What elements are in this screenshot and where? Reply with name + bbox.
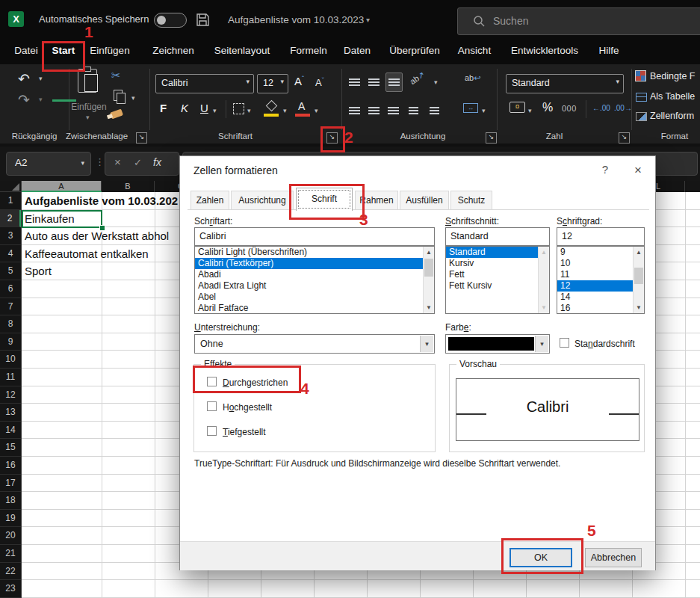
cell[interactable]: Aufgabenliste vom 10.03.202 [25,194,178,207]
format-painter-icon[interactable] [110,109,123,120]
font-name-input[interactable]: Calibri [194,227,435,246]
style-list-item-selected[interactable]: Standard [446,247,549,258]
help-button[interactable]: ? [597,163,613,176]
tab-entwicklertools[interactable]: Entwicklertools [504,39,586,64]
orientation-chevron-icon[interactable]: ▾ [434,78,438,86]
underline-chevron-icon[interactable]: ▾ [213,107,217,114]
align-right-icon[interactable] [385,102,401,120]
superscript-checkbox[interactable] [207,401,217,411]
align-middle-icon[interactable] [366,73,382,91]
decrease-font-size-button[interactable]: Aˇ [315,76,324,88]
font-list-item-selected[interactable]: Calibri (Textkörper) [195,258,434,269]
fill-color-icon[interactable] [266,100,278,112]
bold-button[interactable]: F [160,102,167,114]
scroll-up-icon[interactable]: ▲ [634,247,644,258]
borders-icon[interactable] [233,103,244,114]
scroll-down-icon[interactable]: ▼ [424,302,434,313]
tab-formeln[interactable]: Formeln [284,39,333,64]
cell[interactable]: Kaffeeautomat entkalken [25,247,149,260]
fill-handle[interactable] [99,225,105,231]
search-input[interactable]: Suchen [457,7,700,35]
font-size-input[interactable]: 12 [557,227,645,246]
enter-entry-icon[interactable]: ✓ [134,157,142,168]
copy-chevron-icon[interactable]: ▾ [131,94,135,102]
merge-center-icon[interactable]: ↔ [463,103,478,113]
dialog-tab-ausrichtung[interactable]: Ausrichtung [231,191,294,210]
align-left-icon[interactable] [347,102,362,120]
scroll-down-icon[interactable]: ▼ [539,302,549,313]
style-list-item[interactable]: Fett Kursiv [446,280,549,292]
paste-button[interactable]: Einfügen ▾ [72,67,106,126]
close-button[interactable]: × [630,163,646,178]
scrollbar-thumb[interactable] [424,259,433,277]
font-style-list[interactable]: Standard Kursiv Fett Fett Kursiv ▲ ▼ [445,246,550,314]
redo-icon[interactable]: ↷ [18,91,30,108]
underline-button[interactable]: U [200,102,208,114]
font-size-combobox[interactable]: 12 ▾ [257,74,288,93]
alignment-dialog-launcher-icon[interactable]: ↘ [486,132,497,144]
borders-chevron-icon[interactable]: ▾ [247,107,251,114]
decrease-decimal-icon[interactable]: .00→ [614,104,632,112]
color-dropdown[interactable]: ▾ [445,334,550,354]
size-list-item[interactable]: 9 [557,247,644,258]
excel-logo-icon[interactable]: X [8,11,24,27]
font-list[interactable]: Calibri Light (Überschriften) Calibri (T… [194,246,435,314]
size-list-item[interactable]: 10 [557,258,644,269]
cell-styles-button[interactable]: Zellenform [650,111,694,121]
scroll-up-icon[interactable]: ▲ [539,247,549,258]
font-list-item[interactable]: Abadi [195,269,434,280]
size-list-item-selected[interactable]: 12 [557,280,644,292]
size-list-item[interactable]: 11 [557,269,644,280]
save-icon[interactable] [196,13,210,30]
style-list-scrollbar[interactable]: ▲ ▼ [538,247,549,313]
font-list-scrollbar[interactable]: ▲ ▼ [423,247,434,313]
orientation-icon[interactable]: ab↗ [408,70,427,87]
fill-color-bar[interactable] [264,114,279,117]
strikethrough-checkbox[interactable] [207,377,217,386]
undo-chevron-icon[interactable]: ▾ [39,75,43,82]
cancel-entry-icon[interactable]: × [114,155,121,168]
wrap-text-icon[interactable]: ab↩ [465,73,480,83]
font-dialog-launcher-icon[interactable]: ↘ [326,132,338,144]
cut-icon[interactable]: ✂ [111,69,121,82]
size-list-item[interactable]: 16 [557,303,644,314]
font-list-item[interactable]: Abel [195,292,434,303]
dialog-tab-zahlen[interactable]: Zahlen [191,191,229,210]
subscript-checkbox[interactable] [207,426,217,436]
font-style-input[interactable]: Standard [445,227,550,246]
dialog-tab-schrift[interactable]: Schrift [296,188,353,211]
normal-font-checkbox[interactable] [560,338,569,348]
cell[interactable]: Auto aus der Werkstatt abhol [25,229,169,242]
ok-button[interactable]: OK [509,548,572,567]
cancel-button[interactable]: Abbrechen [585,548,642,567]
undo-icon[interactable]: ↶ [18,70,30,87]
decrease-indent-icon[interactable] [406,102,421,120]
format-as-table-button[interactable]: Als Tabelle [650,91,695,102]
percent-button[interactable]: % [542,101,553,114]
conditional-formatting-button[interactable]: Bedingte F [650,71,695,81]
increase-decimal-icon[interactable]: ←.00 [592,104,610,112]
dialog-tab-ausfuellen[interactable]: Ausfüllen [400,191,449,210]
drag-dots-icon[interactable]: ⋮ [95,156,105,167]
number-format-combobox[interactable]: Standard ▾ [506,74,624,93]
chevron-down-icon[interactable]: ▾ [366,16,370,24]
font-list-item[interactable]: Abadi Extra Light [195,280,434,292]
font-list-item[interactable]: Calibri Light (Überschriften) [195,247,434,258]
fill-chevron-icon[interactable]: ▾ [283,107,287,114]
redo-chevron-icon[interactable]: ▾ [39,96,43,103]
tab-hilfe[interactable]: Hilfe [592,39,625,64]
cell[interactable]: Sport [25,265,52,277]
style-list-item[interactable]: Fett [446,269,549,280]
size-list-scrollbar[interactable]: ▲ ▼ [633,247,644,313]
size-list-item[interactable]: 14 [557,292,644,303]
underline-dropdown-chevron-icon[interactable]: ▾ [420,336,433,352]
font-color-bar[interactable] [295,114,310,117]
dialog-tab-rahmen[interactable]: Rahmen [355,191,398,210]
document-title[interactable]: Aufgabenliste vom 10.03.2023 [228,14,364,25]
accounting-chevron-icon[interactable]: ▾ [528,107,532,114]
italic-button[interactable]: K [181,102,188,114]
autosave-toggle[interactable] [154,13,187,28]
font-color-chevron-icon[interactable]: ▾ [315,107,318,114]
clipboard-dialog-launcher-icon[interactable]: ↘ [136,132,147,144]
align-top-icon[interactable] [347,73,362,91]
